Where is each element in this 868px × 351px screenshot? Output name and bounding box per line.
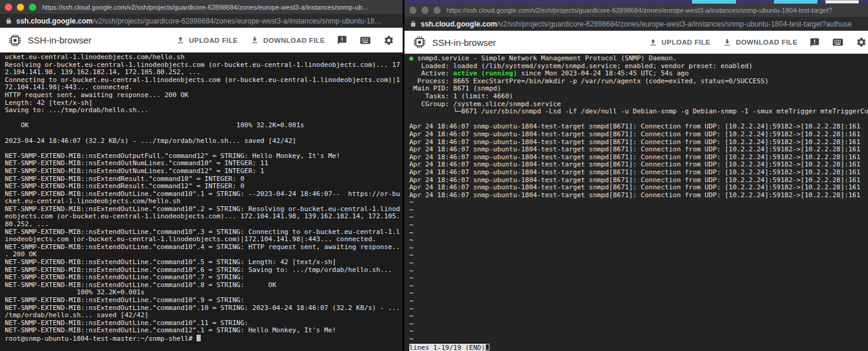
feedback-button[interactable] [337,35,347,45]
keyboard-icon [359,34,371,46]
terminal-line: ~ [409,306,868,314]
download-icon [723,38,732,47]
address-bar[interactable]: ssh.cloud.google.com/v2/ssh/projects/gua… [0,14,403,28]
page-title: SSH-in-browser [432,37,496,48]
ssh-app-header: SSH-in-browser UPLOAD FILE DOWNLOAD FILE [0,28,403,52]
traffic-lights [409,7,441,14]
terminal-line: ~ [409,290,868,298]
terminal-line: Apr 24 18:46:07 snmp-ubuntu-1804-test-ta… [409,192,868,200]
terminal-line: ~ [409,245,868,253]
terminal-line: ~ [409,252,868,260]
terminal-line: ~ [409,275,868,283]
terminal-right[interactable]: ● snmpd.service - Simple Network Managem… [404,54,868,351]
terminal-line: NET-SNMP-EXTEND-MIB::nsExtendOutLine."co… [5,327,403,335]
page-url: ssh.cloud.google.com/v2/ssh/projects/gua… [421,20,852,28]
url-path: /v2/ssh/projects/guardicore-62898684/zon… [497,20,852,28]
terminal-line: 2023-04-24 18:46:07 (32.2 KB/s) - .../tm… [5,138,403,145]
right-browser-window: https://ssh.cloud.google.com/v2/ssh/proj… [404,4,868,351]
window-titlebar[interactable]: https://ssh.cloud.google.com/v2/ssh/proj… [404,4,868,17]
upload-file-button[interactable]: UPLOAD FILE [649,38,711,47]
close-icon[interactable] [5,4,12,11]
terminal-line: ~ [409,336,868,344]
download-icon [250,36,259,45]
window-title: https://ssh.cloud.google.com/v2/ssh/proj… [42,4,398,11]
minimize-icon[interactable] [421,7,429,14]
terminal-line: ~ [409,222,868,230]
page-url: ssh.cloud.google.com/v2/ssh/projects/gua… [16,17,382,25]
page-title: SSH-in-browser [28,35,92,45]
terminal-line: └─8671 /usr/sbin/snmpd -Lsd -Lf /dev/nul… [409,108,868,116]
keyboard-button[interactable] [832,36,844,48]
download-file-button[interactable]: DOWNLOAD FILE [723,38,797,47]
terminal-line: Saving to: .../tmp/ordab/hello.sh... [5,107,403,115]
left-browser-window: https://ssh.cloud.google.com/v2/ssh/proj… [0,0,403,351]
lock-icon [410,21,417,27]
terminal-line: ~ [409,260,868,268]
zoom-icon[interactable] [29,4,36,11]
terminal-line: ~ [409,328,868,336]
settings-gear-icon [856,37,867,48]
settings-gear-icon [383,35,394,46]
terminal-line: ~ [409,230,868,238]
terminal-line: ~ [409,313,868,321]
chip-icon [413,36,426,49]
minimize-icon[interactable] [17,4,24,11]
settings-gear-button[interactable] [856,37,867,48]
close-icon[interactable] [409,7,417,14]
terminal-line: ~ [409,298,868,306]
terminal-line: root@snmp-ubuntu-1804-test-master:~/snmp… [5,335,403,343]
feedback-icon [337,35,347,45]
terminal-line: OK 100% 32.2K=0.001s [5,122,403,130]
window-titlebar[interactable]: https://ssh.cloud.google.com/v2/ssh/proj… [0,0,403,14]
upload-icon [649,38,658,47]
terminal-line: eobjects.com (or-bucket.eu-central-1.lin… [5,213,403,221]
terminal-line: ~ [409,199,868,207]
terminal-line: ~ [409,237,868,245]
terminal-line: ~ [409,268,868,276]
feedback-icon [810,37,820,48]
keyboard-icon [832,36,844,48]
address-bar[interactable]: ssh.cloud.google.com/v2/ssh/projects/gua… [404,17,868,31]
window-title: https://ssh.cloud.google.com/v2/ssh/proj… [447,7,863,14]
lock-icon [5,17,12,24]
download-file-button[interactable]: DOWNLOAD FILE [250,36,325,45]
chip-icon [8,34,22,47]
traffic-lights [5,4,36,11]
terminal-line: ~ [409,207,868,215]
upload-icon [176,36,185,45]
terminal-line: lines 1-19/19 (END) [409,344,868,351]
url-domain: ssh.cloud.google.com [421,20,497,28]
terminal-left[interactable]: ucket.eu-central-1.linodeobjects.com/hel… [0,52,403,351]
terminal-line: ~ [409,321,868,329]
upload-file-button[interactable]: UPLOAD FILE [176,36,238,45]
terminal-line: ~ [409,214,868,222]
url-path: /v2/ssh/projects/guardicore-62898684/zon… [93,17,382,25]
feedback-button[interactable] [810,37,820,48]
terminal-line: ~ [409,283,868,291]
keyboard-button[interactable] [359,34,371,46]
settings-gear-button[interactable] [383,35,394,46]
url-domain: ssh.cloud.google.com [16,17,93,25]
ssh-app-header: SSH-in-browser UPLOAD FILE DOWNLOAD FILE [404,31,868,54]
zoom-icon[interactable] [433,7,441,14]
terminal-line: NET-SNMP-EXTEND-MIB::nsExtendOutLine."co… [5,244,403,251]
